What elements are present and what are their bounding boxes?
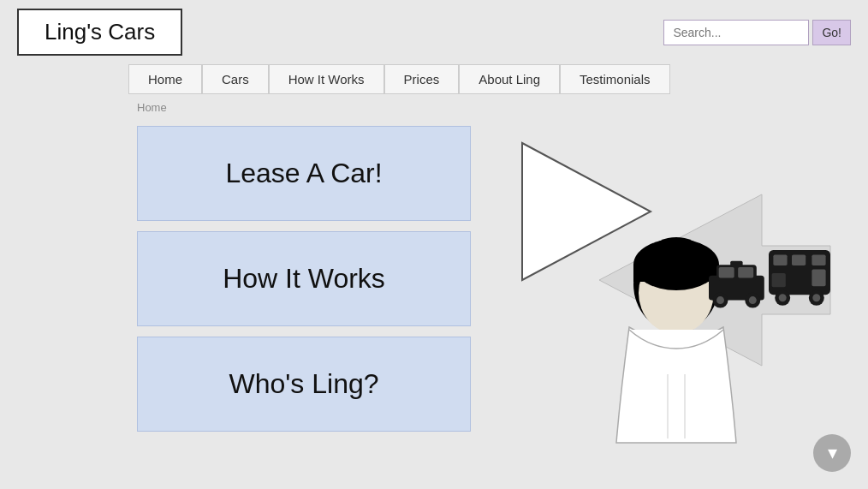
svg-rect-19 xyxy=(773,254,787,265)
svg-rect-5 xyxy=(633,265,719,282)
chevron-down-icon: ▾ xyxy=(828,442,837,464)
logo-text: Ling's Cars xyxy=(45,19,155,45)
svg-rect-11 xyxy=(719,267,734,278)
svg-rect-12 xyxy=(738,267,753,278)
search-area: Go! xyxy=(663,20,851,45)
btn-whos-ling[interactable]: Who's Ling? xyxy=(137,337,471,432)
scroll-down-button[interactable]: ▾ xyxy=(813,434,851,472)
main-content: Lease A Car!How It WorksWho's Ling? xyxy=(0,117,868,460)
illustration xyxy=(496,126,839,451)
nav-how-it-works[interactable]: How It Works xyxy=(269,64,384,94)
svg-point-16 xyxy=(749,296,757,304)
svg-point-14 xyxy=(716,296,724,304)
svg-point-26 xyxy=(812,294,820,301)
nav-testimonials[interactable]: Testimonials xyxy=(560,64,670,94)
search-button[interactable]: Go! xyxy=(812,20,851,45)
btn-lease[interactable]: Lease A Car! xyxy=(137,126,471,221)
btn-how-it-works[interactable]: How It Works xyxy=(137,231,471,326)
nav-prices[interactable]: Prices xyxy=(384,64,460,94)
svg-rect-27 xyxy=(772,273,786,287)
svg-rect-21 xyxy=(812,254,825,265)
header: Ling's Cars Go! xyxy=(0,0,868,64)
svg-rect-22 xyxy=(812,270,825,287)
nav-cars[interactable]: Cars xyxy=(202,64,269,94)
logo-box: Ling's Cars xyxy=(17,9,182,56)
nav-about-ling[interactable]: About Ling xyxy=(459,64,560,94)
nav-home[interactable]: Home xyxy=(128,64,202,94)
search-input[interactable] xyxy=(663,20,809,45)
breadcrumb: Home xyxy=(0,94,868,117)
svg-rect-17 xyxy=(730,261,742,266)
nav: HomeCarsHow It WorksPricesAbout LingTest… xyxy=(0,64,868,94)
svg-marker-1 xyxy=(522,143,651,280)
svg-rect-20 xyxy=(792,254,806,265)
buttons-column: Lease A Car!How It WorksWho's Ling? xyxy=(137,126,471,451)
svg-point-24 xyxy=(779,294,787,301)
